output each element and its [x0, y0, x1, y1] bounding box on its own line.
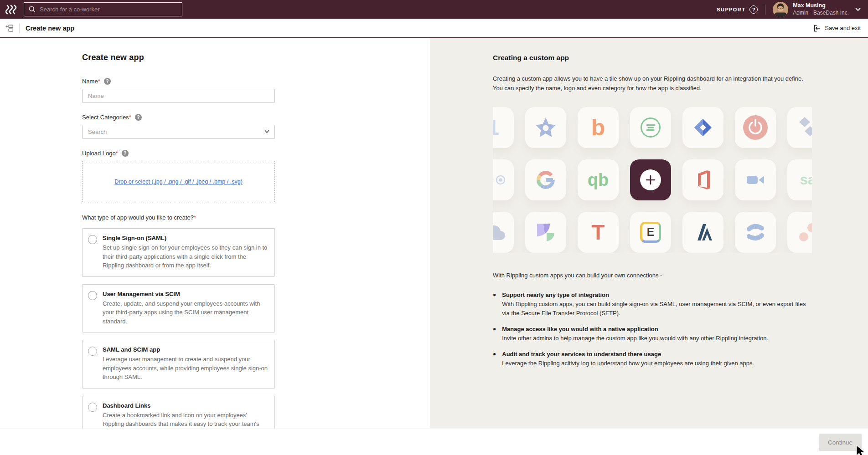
search-icon — [29, 6, 36, 13]
app-tile-confluence — [735, 212, 776, 253]
mouse-cursor — [855, 445, 867, 455]
logo-drop-link[interactable]: Drop or select (.jpg / .png / .gif / .jp… — [114, 179, 243, 185]
option-title: User Management via SCIM — [103, 291, 268, 297]
name-field[interactable] — [82, 89, 275, 103]
user-role: Admin · BaseDash Inc. — [793, 10, 849, 16]
user-menu[interactable]: Max Musing Admin · BaseDash Inc. — [793, 2, 849, 16]
page-title: Create new app — [26, 25, 74, 32]
search-input[interactable] — [40, 6, 177, 13]
app-tile-video — [735, 159, 776, 200]
letter-e-logo-icon: E — [640, 222, 661, 243]
header-divider — [19, 23, 20, 33]
radio-button[interactable] — [88, 291, 97, 300]
numeral-logo-icon: 1 — [493, 117, 499, 138]
categories-select[interactable]: Search — [82, 125, 275, 139]
letter-a-logo-icon — [693, 222, 713, 242]
cloud-logo-icon — [493, 223, 506, 241]
app-type-question: What type of app would you like to creat… — [82, 214, 275, 221]
app-tile-custom-plus — [630, 159, 671, 200]
upload-logo-label: Upload Logo* — [82, 150, 118, 157]
exit-icon — [812, 24, 821, 32]
bullet-title: Manage access like you would with a nati… — [502, 325, 768, 334]
app-list-icon[interactable] — [5, 25, 13, 32]
form-heading: Create new app — [82, 53, 275, 62]
radio-button[interactable] — [88, 235, 97, 244]
custom-app-info-panel: Creating a custom app Creating a custom … — [430, 38, 868, 428]
video-camera-logo-icon — [745, 169, 766, 190]
benefits-list: ● Support nearly any type of integration… — [493, 291, 812, 368]
app-tile-google — [525, 159, 566, 200]
option-title: Dashboard Links — [103, 402, 268, 409]
power-logo-icon — [743, 115, 768, 140]
google-logo-icon — [535, 169, 556, 190]
app-tile-letter-t: T — [578, 212, 619, 253]
dots-logo-icon — [796, 221, 812, 244]
chevron-down-icon[interactable] — [855, 8, 861, 11]
app-tile-power — [735, 107, 776, 148]
pentagon-star-logo-icon — [535, 117, 556, 138]
support-link[interactable]: SUPPORT — [717, 7, 745, 12]
categories-label: Select Categories* — [82, 114, 131, 121]
option-description: Create, update, and suspend your employe… — [103, 299, 268, 326]
page-header: Create new app Save and exit — [0, 19, 868, 38]
app-tile-cloud — [493, 212, 514, 253]
app-tile-diamonds — [787, 107, 812, 148]
option-title: SAML and SCIM app — [103, 346, 268, 353]
app-tile-grid: 1 b — [493, 107, 812, 253]
app-tile-numeral: 1 — [493, 107, 514, 148]
connections-line: With Rippling custom apps you can build … — [493, 272, 812, 279]
upload-logo-help-icon[interactable]: ? — [122, 150, 129, 157]
radio-button[interactable] — [88, 403, 97, 412]
name-label: Name* — [82, 78, 100, 85]
app-tile-jira — [682, 107, 723, 148]
app-tile-quickbooks: qb — [578, 159, 619, 200]
leaf-logo-icon — [535, 222, 556, 243]
logo-dropzone[interactable]: Drop or select (.jpg / .png / .gif / .jp… — [82, 161, 275, 202]
list-item: ● Audit and track your services to under… — [493, 350, 812, 368]
letter-b-logo-icon: b — [591, 116, 605, 139]
app-tile-circle-lines — [630, 107, 671, 148]
option-description: Set up single sign-on for your employees… — [103, 243, 268, 270]
categories-placeholder: Search — [88, 128, 107, 135]
list-item: ● Support nearly any type of integration… — [493, 291, 812, 318]
bullet-icon: ● — [493, 350, 496, 368]
app-tile-letter-a — [682, 212, 723, 253]
coworker-search-box[interactable] — [24, 2, 182, 16]
help-icon[interactable]: ? — [749, 5, 758, 14]
create-app-form-panel: Create new app Name* ? Select Categories… — [0, 38, 430, 428]
topbar-divider — [765, 5, 765, 15]
ro-logo-icon: ro — [493, 174, 506, 186]
bullet-title: Support nearly any type of integration — [502, 291, 812, 300]
circle-lines-logo-icon — [640, 117, 661, 138]
app-tile-pentagon-star — [525, 107, 566, 148]
radio-button[interactable] — [88, 347, 97, 356]
sa-logo-icon: sa — [800, 173, 812, 187]
wizard-footer: Continue — [0, 429, 868, 455]
save-and-exit-button[interactable]: Save and exit — [812, 24, 861, 32]
info-intro: Creating a custom app allows you to have… — [493, 74, 807, 93]
list-item: ● Manage access like you would with a na… — [493, 325, 812, 343]
quickbooks-logo-icon: qb — [588, 171, 609, 189]
option-single-sign-on-saml[interactable]: Single Sign-on (SAML) Set up single sign… — [82, 228, 275, 277]
plus-icon — [640, 169, 661, 190]
option-saml-and-scim[interactable]: SAML and SCIM app Leverage user manageme… — [82, 340, 275, 389]
app-tile-ro: ro — [493, 159, 514, 200]
app-tile-letter-e: E — [630, 212, 671, 253]
app-tile-dots — [787, 212, 812, 253]
bullet-description: With Rippling custom apps, you can build… — [502, 300, 812, 318]
name-help-icon[interactable]: ? — [104, 78, 111, 85]
categories-help-icon[interactable]: ? — [135, 114, 142, 121]
letter-t-logo-icon: T — [592, 221, 605, 243]
avatar[interactable] — [773, 2, 788, 17]
option-description: Leverage user management to create and s… — [103, 355, 268, 382]
jira-logo-icon — [693, 118, 713, 138]
app-tile-office — [682, 159, 723, 200]
bullet-icon: ● — [493, 291, 496, 318]
save-and-exit-label: Save and exit — [825, 25, 861, 31]
rippling-logo-icon[interactable] — [5, 5, 17, 15]
info-heading: Creating a custom app — [493, 54, 812, 62]
app-tile-leaf — [525, 212, 566, 253]
app-tile-sage: sa — [787, 159, 812, 200]
option-user-management-scim[interactable]: User Management via SCIM Create, update,… — [82, 284, 275, 333]
option-title: Single Sign-on (SAML) — [103, 235, 268, 241]
